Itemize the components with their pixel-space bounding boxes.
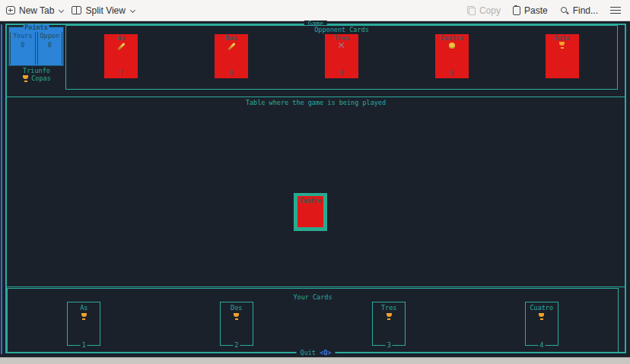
points-row: Yours 0 Oppon 0 bbox=[9, 27, 63, 65]
hamburger-menu-icon bbox=[610, 7, 621, 14]
new-tab-icon bbox=[6, 6, 15, 14]
player-cards-panel: Your Cards As 1 Dos 2 Tres bbox=[7, 288, 619, 352]
card-name: Tres bbox=[325, 35, 358, 42]
copy-icon bbox=[467, 6, 476, 15]
card-key: 3 bbox=[386, 342, 393, 349]
header-bar: New Tab Split View Copy Paste Find... bbox=[0, 0, 630, 21]
points-title: Points bbox=[23, 24, 49, 31]
card-key: 2 bbox=[233, 342, 240, 349]
game-window: Game Points Yours 0 Oppon 0 Triunfo bbox=[5, 24, 626, 353]
trump-indicator: Triunfo Copas bbox=[7, 68, 66, 82]
quit-hint: Quit <Q> bbox=[297, 350, 336, 356]
copy-button[interactable]: Copy bbox=[467, 5, 501, 16]
quit-label: Quit bbox=[301, 349, 316, 356]
copy-label: Copy bbox=[479, 5, 501, 16]
card-name: As bbox=[68, 305, 100, 312]
player-cards-title: Your Cards bbox=[8, 294, 618, 301]
paste-button[interactable]: Paste bbox=[513, 5, 548, 16]
left-accent-stripe bbox=[1, 24, 2, 354]
card-key: 9 bbox=[325, 70, 358, 77]
player-card[interactable]: As 1 bbox=[67, 302, 100, 346]
opponent-cards-title: Opponent Cards bbox=[66, 27, 617, 33]
crossed-swords-icon bbox=[338, 43, 345, 49]
wand-icon bbox=[228, 43, 236, 50]
points-panel: Points Yours 0 Oppon 0 bbox=[8, 27, 64, 66]
card-key: 7 bbox=[104, 70, 138, 77]
opponent-card: Dos 8 bbox=[215, 34, 248, 78]
wand-icon bbox=[117, 43, 126, 50]
points-yours-label: Yours bbox=[11, 33, 35, 40]
new-tab-label: New Tab bbox=[19, 5, 54, 16]
trophy-icon bbox=[233, 313, 240, 320]
trophy-icon bbox=[22, 75, 29, 82]
card-name: Dos bbox=[221, 305, 253, 312]
points-opponent-value: 0 bbox=[38, 42, 62, 49]
player-card[interactable]: Tres 3 bbox=[372, 302, 406, 346]
trophy-icon bbox=[538, 313, 545, 320]
terminal-viewport: Game Points Yours 0 Oppon 0 Triunfo bbox=[0, 21, 630, 364]
search-icon bbox=[560, 6, 569, 15]
header-right-group: Copy Paste Find... bbox=[467, 5, 630, 16]
trophy-icon bbox=[81, 313, 88, 320]
played-card: Cuatro bbox=[294, 193, 327, 231]
points-yours-cell: Yours 0 bbox=[10, 32, 36, 65]
menu-button[interactable] bbox=[610, 7, 621, 14]
split-view-icon bbox=[72, 6, 81, 14]
points-opponent-cell: Oppon 0 bbox=[37, 32, 63, 65]
card-name: Dos bbox=[215, 35, 248, 42]
card-name: Sota bbox=[546, 35, 579, 42]
card-name: As bbox=[104, 35, 138, 42]
paste-label: Paste bbox=[524, 5, 548, 16]
card-key: 8 bbox=[215, 70, 248, 77]
played-card-face: Cuatro bbox=[298, 196, 323, 227]
table-bottom-divider bbox=[7, 286, 625, 287]
card-key: 1 bbox=[81, 342, 88, 349]
find-label: Find... bbox=[573, 5, 598, 16]
quit-key-hint: <Q> bbox=[320, 349, 331, 356]
table-title: Table where the game is being played bbox=[7, 100, 625, 106]
table-top-divider bbox=[7, 97, 625, 97]
window-bottom-edge bbox=[0, 357, 630, 364]
card-key: 0 bbox=[435, 70, 469, 77]
chevron-down-icon bbox=[59, 8, 64, 14]
chevron-down-icon bbox=[130, 8, 135, 14]
card-name: Tres bbox=[373, 305, 405, 312]
opponent-card: Tres 9 bbox=[325, 34, 358, 78]
paste-icon bbox=[513, 6, 520, 15]
player-cards-row: As 1 Dos 2 Tres 3 Cuatr bbox=[8, 302, 618, 346]
card-key: 4 bbox=[538, 342, 545, 349]
gold-coin-icon bbox=[449, 43, 455, 49]
new-tab-button[interactable]: New Tab bbox=[6, 5, 64, 16]
split-view-button[interactable]: Split View bbox=[72, 5, 135, 16]
trump-label: Triunfo bbox=[7, 68, 66, 74]
trophy-icon bbox=[386, 313, 393, 320]
app-window: New Tab Split View Copy Paste Find... bbox=[0, 0, 630, 364]
card-key: ' bbox=[546, 70, 579, 77]
points-yours-value: 0 bbox=[11, 42, 35, 49]
opponent-cards-panel: Opponent Cards As 7 Dos 8 Tres bbox=[65, 25, 618, 90]
find-button[interactable]: Find... bbox=[560, 5, 598, 16]
card-name: Cuatro bbox=[526, 305, 558, 312]
opponent-card: As 7 bbox=[104, 34, 138, 78]
player-card[interactable]: Cuatro 4 bbox=[525, 302, 558, 346]
opponent-cards-row: As 7 Dos 8 Tres 9 Cuatr bbox=[66, 34, 617, 78]
trump-suit-label: Copas bbox=[31, 75, 51, 82]
points-opponent-label: Oppon bbox=[38, 33, 62, 40]
trophy-icon bbox=[558, 42, 565, 49]
card-name: Cuatro bbox=[298, 198, 323, 204]
header-left-group: New Tab Split View bbox=[0, 5, 135, 16]
opponent-card: Sota ' bbox=[546, 34, 579, 78]
card-name: Cuatro bbox=[435, 35, 469, 42]
player-card[interactable]: Dos 2 bbox=[220, 302, 253, 346]
split-view-label: Split View bbox=[85, 5, 125, 16]
opponent-card: Cuatro 0 bbox=[435, 34, 469, 78]
